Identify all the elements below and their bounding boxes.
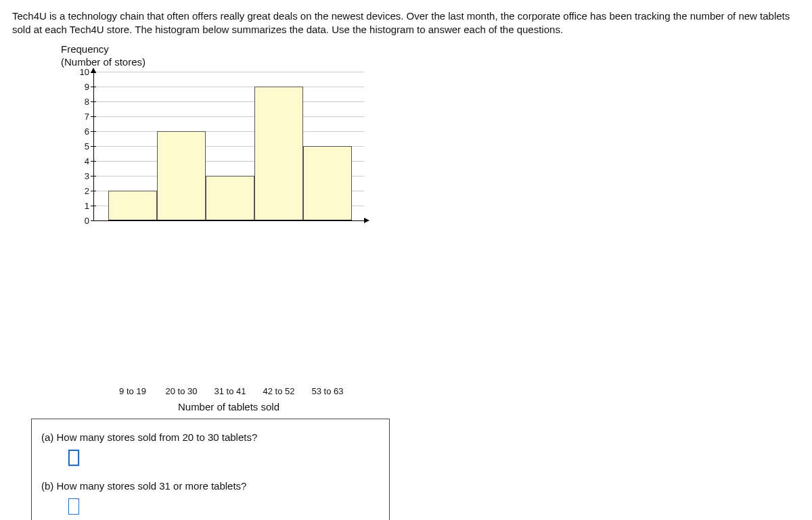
bar <box>303 146 352 220</box>
x-axis-title: Number of tablets sold <box>161 401 296 412</box>
question-a-text: (a) How many stores sold from 20 to 30 t… <box>41 431 257 443</box>
bar <box>108 191 157 220</box>
answer-input-a[interactable] <box>68 450 79 466</box>
y-tick-label: 10 <box>80 66 89 76</box>
bar <box>206 176 254 220</box>
y-axis-title-line1: Frequency <box>61 43 109 55</box>
x-category-label: 9 to 19 <box>108 386 157 396</box>
x-category-label: 42 to 52 <box>254 386 303 396</box>
y-tick-label: 8 <box>85 96 89 106</box>
bar <box>254 87 303 220</box>
question-b: (b) How many stores sold 31 or more tabl… <box>32 472 389 521</box>
questions-panel: (a) How many stores sold from 20 to 30 t… <box>31 419 390 521</box>
chart-bars <box>93 72 364 220</box>
x-category-label: 53 to 63 <box>303 386 352 396</box>
bar <box>157 131 206 220</box>
x-category-label: 20 to 30 <box>157 386 206 396</box>
y-tick-label: 5 <box>85 141 89 151</box>
y-tick-label: 0 <box>85 215 89 225</box>
x-axis-line <box>93 220 364 221</box>
question-a: (a) How many stores sold from 20 to 30 t… <box>32 423 389 472</box>
y-tick-label: 4 <box>85 156 89 166</box>
y-axis-title-line2: (Number of stores) <box>61 56 145 68</box>
y-tick-label: 1 <box>85 200 89 210</box>
y-axis-title: Frequency (Number of stores) <box>61 43 800 69</box>
y-tick-label: 2 <box>85 185 89 195</box>
x-axis-category-labels: Number of tablets sold 9 to 1920 to 3031… <box>93 386 364 400</box>
y-tick-label: 3 <box>85 170 89 181</box>
x-category-label: 31 to 41 <box>206 386 254 396</box>
x-axis-arrow <box>364 218 369 223</box>
answer-input-b[interactable] <box>68 498 79 515</box>
problem-intro-text: Tech4U is a technology chain that often … <box>12 9 797 37</box>
y-tick-label: 9 <box>85 81 89 91</box>
question-b-text: (b) How many stores sold 31 or more tabl… <box>41 480 246 492</box>
y-tick-label: 7 <box>85 111 89 121</box>
y-tick-label: 6 <box>85 126 89 136</box>
histogram-chart: Frequency (Number of stores) 01234567891… <box>46 43 800 400</box>
